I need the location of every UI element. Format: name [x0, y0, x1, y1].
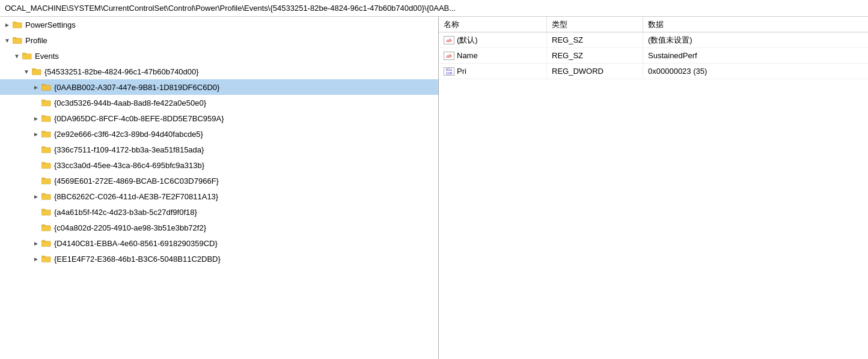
svg-rect-14: [41, 241, 50, 247]
tree-item-guid-EE1E4F72[interactable]: ► {EE1E4F72-E368-46b1-B3C6-5048B11C2DBD}: [0, 251, 438, 267]
tree-item-label: {0c3d5326-944b-4aab-8ad8-fe422a0e50e0}: [54, 98, 206, 107]
svg-rect-6: [41, 116, 50, 122]
svg-rect-13: [41, 226, 50, 231]
folder-icon: [41, 254, 52, 264]
tree-item-label: {4569E601-272E-4869-BCAB-1C6C03D7966F}: [54, 176, 219, 186]
no-expand: [31, 98, 41, 107]
folder-icon: [41, 238, 52, 248]
tree-item-label: PowerSettings: [25, 20, 76, 29]
expand-icon[interactable]: ►: [2, 20, 12, 29]
expand-icon[interactable]: ►: [31, 254, 41, 264]
col-header-data: 数据: [643, 17, 868, 32]
value-name-text: (默认): [457, 35, 478, 46]
tree-item-guid-a4a61b5f[interactable]: {a4a61b5f-f42c-4d23-b3ab-5c27df9f0f18}: [0, 204, 438, 220]
value-name-text: Pri: [457, 67, 466, 76]
tree-item-events[interactable]: ▼ Events: [0, 48, 438, 64]
col-header-name: 名称: [439, 17, 547, 32]
expand-icon[interactable]: ►: [31, 129, 41, 139]
no-expand: [31, 145, 41, 154]
reg-ab-icon: ab: [444, 52, 454, 60]
value-row-default[interactable]: ab(默认)REG_SZ(数值未设置): [439, 32, 868, 48]
folder-icon: [41, 145, 52, 154]
folder-icon: [41, 207, 52, 217]
tree-item-label: Events: [35, 52, 59, 61]
collapse-icon[interactable]: ▼: [2, 35, 12, 45]
tree-item-guid-8BC6262C[interactable]: ► {8BC6262C-C026-411d-AE3B-7E2F70811A13}: [0, 189, 438, 204]
svg-rect-0: [13, 23, 22, 28]
reg-ab-icon: ab: [444, 36, 454, 44]
tree-item-guid-0c3d5326[interactable]: {0c3d5326-944b-4aab-8ad8-fe422a0e50e0}: [0, 95, 438, 110]
main-container: ► PowerSettings▼ Profile▼ Events▼ {54533…: [0, 17, 868, 359]
tree-item-label: {c04a802d-2205-4910-ae98-3b51e3bb72f2}: [54, 223, 206, 232]
expand-icon[interactable]: ►: [31, 113, 41, 123]
tree-item-guid-336c7511[interactable]: {336c7511-f109-4172-bb3a-3ea51f815ada}: [0, 142, 438, 157]
reg-bin-icon: 011110: [444, 67, 454, 76]
value-row-name[interactable]: abNameREG_SZSustainedPerf: [439, 48, 868, 64]
expand-icon[interactable]: ►: [31, 238, 41, 248]
values-panel: 名称 类型 数据 ab(默认)REG_SZ(数值未设置)abNameREG_SZ…: [439, 17, 868, 359]
value-type-cell: REG_DWORD: [547, 64, 643, 79]
tree-item-label: {33cc3a0d-45ee-43ca-86c4-695bfc9a313b}: [54, 161, 204, 170]
tree-item-guid-33cc3a0d[interactable]: {33cc3a0d-45ee-43ca-86c4-695bfc9a313b}: [0, 157, 438, 173]
tree-item-power-settings[interactable]: ► PowerSettings: [0, 17, 438, 32]
tree-item-label: {0DA965DC-8FCF-4c0b-8EFE-8DD5E7BC959A}: [54, 114, 224, 123]
svg-rect-11: [41, 195, 50, 200]
value-type-cell: REG_SZ: [547, 32, 643, 47]
folder-icon: [41, 176, 52, 186]
folder-icon: [12, 35, 23, 45]
svg-rect-5: [41, 101, 50, 106]
tree-item-label: {2e92e666-c3f6-42c3-89bd-94d40fabcde5}: [54, 130, 203, 139]
no-expand: [31, 207, 41, 217]
values-rows: ab(默认)REG_SZ(数值未设置)abNameREG_SZSustained…: [439, 32, 868, 79]
svg-rect-15: [41, 257, 50, 262]
svg-rect-8: [41, 148, 50, 153]
tree-item-label: {D4140C81-EBBA-4e60-8561-6918290359CD}: [54, 239, 218, 248]
tree-item-guid-2e92e666[interactable]: ► {2e92e666-c3f6-42c3-89bd-94d40fabcde5}: [0, 126, 438, 142]
expand-icon[interactable]: ►: [31, 82, 41, 92]
folder-icon: [41, 98, 52, 107]
folder-icon: [41, 223, 52, 232]
svg-rect-9: [41, 163, 50, 169]
value-name-text: Name: [457, 51, 478, 60]
svg-rect-1: [13, 38, 22, 44]
value-data-cell: (数值未设置): [643, 32, 868, 47]
value-data-cell: SustainedPerf: [643, 48, 868, 63]
no-expand: [31, 160, 41, 170]
tree-item-guid-D4140C81[interactable]: ► {D4140C81-EBBA-4e60-8561-6918290359CD}: [0, 235, 438, 251]
tree-item-guid-0AABB002[interactable]: ► {0AABB002-A307-447e-9B81-1D819DF6C6D0}: [0, 79, 438, 95]
folder-icon: [41, 129, 52, 139]
no-expand: [31, 176, 41, 186]
tree-item-profile[interactable]: ▼ Profile: [0, 32, 438, 48]
svg-rect-12: [41, 210, 50, 216]
address-bar: OCAL_MACHINE\SYSTEM\CurrentControlSet\Co…: [0, 0, 868, 17]
tree-item-label: {8BC6262C-C026-411d-AE3B-7E2F70811A13}: [54, 192, 218, 201]
col-header-type: 类型: [547, 17, 643, 32]
collapse-icon[interactable]: ▼: [12, 51, 22, 61]
tree-item-label: {a4a61b5f-f42c-4d23-b3ab-5c27df9f0f18}: [54, 208, 197, 217]
folder-icon: [12, 20, 23, 29]
value-name-cell: ab(默认): [439, 32, 547, 47]
tree-item-guid-4569E601[interactable]: {4569E601-272E-4869-BCAB-1C6C03D7966F}: [0, 173, 438, 189]
value-name-cell: abName: [439, 48, 547, 63]
svg-rect-10: [41, 179, 50, 184]
tree-panel: ► PowerSettings▼ Profile▼ Events▼ {54533…: [0, 17, 439, 359]
folder-icon: [31, 67, 42, 76]
folder-icon: [41, 192, 52, 201]
value-type-cell: REG_SZ: [547, 48, 643, 63]
svg-rect-4: [41, 85, 50, 91]
folder-icon: [41, 82, 52, 92]
folder-icon: [41, 113, 52, 123]
value-data-cell: 0x00000023 (35): [643, 64, 868, 79]
path-text: OCAL_MACHINE\SYSTEM\CurrentControlSet\Co…: [5, 4, 456, 13]
folder-icon: [41, 160, 52, 170]
collapse-icon[interactable]: ▼: [22, 67, 31, 76]
values-header: 名称 类型 数据: [439, 17, 868, 32]
value-row-pri[interactable]: 011110PriREG_DWORD0x00000023 (35): [439, 64, 868, 79]
tree-item-label: {336c7511-f109-4172-bb3a-3ea51f815ada}: [54, 145, 204, 154]
value-name-cell: 011110Pri: [439, 64, 547, 79]
expand-icon[interactable]: ►: [31, 192, 41, 201]
tree-item-label: {EE1E4F72-E368-46b1-B3C6-5048B11C2DBD}: [54, 255, 221, 264]
tree-item-guid-c04a802d[interactable]: {c04a802d-2205-4910-ae98-3b51e3bb72f2}: [0, 220, 438, 235]
tree-item-guid-54533251[interactable]: ▼ {54533251-82be-4824-96c1-47b60b740d00}: [0, 64, 438, 79]
tree-item-guid-0DA965DC[interactable]: ► {0DA965DC-8FCF-4c0b-8EFE-8DD5E7BC959A}: [0, 110, 438, 126]
